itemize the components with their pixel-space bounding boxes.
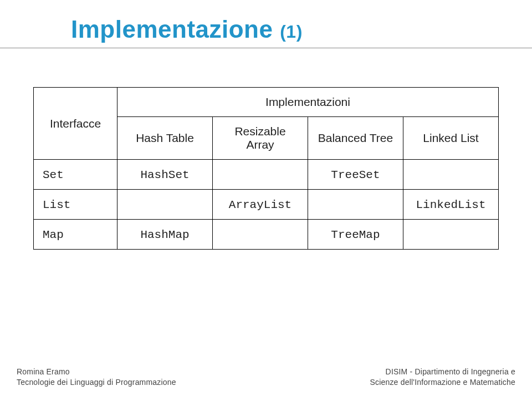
subheader-hash-table: Hash Table xyxy=(117,117,213,160)
cell: TreeMap xyxy=(308,220,403,250)
cell xyxy=(308,190,403,220)
footer-left: Romina Eramo Tecnologie dei Linguaggi di… xyxy=(17,367,176,388)
cell xyxy=(213,220,308,250)
cell-iface-list: List xyxy=(34,190,117,220)
cell: HashSet xyxy=(117,160,213,190)
content-area: Interfacce Implementazioni Hash Table Re… xyxy=(0,48,532,250)
footer-dept-2: Scienze dell'Informazione e Matematiche xyxy=(370,377,515,388)
page-title: Implementazione (1) xyxy=(0,0,532,48)
table-row: Set HashSet TreeSet xyxy=(34,160,499,190)
title-suffix: (1) xyxy=(280,22,303,42)
cell-iface-map: Map xyxy=(34,220,117,250)
table-row: List ArrayList LinkedList xyxy=(34,190,499,220)
cell-iface-set: Set xyxy=(34,160,117,190)
cell: HashMap xyxy=(117,220,213,250)
header-interfacce: Interfacce xyxy=(34,88,117,160)
cell: TreeSet xyxy=(308,160,403,190)
cell xyxy=(403,160,498,190)
subheader-balanced-tree: Balanced Tree xyxy=(308,117,403,160)
footer-course: Tecnologie dei Linguaggi di Programmazio… xyxy=(17,377,176,388)
subheader-resizable-array: Resizable Array xyxy=(213,117,308,160)
table-row: Map HashMap TreeMap xyxy=(34,220,499,250)
header-implementazioni: Implementazioni xyxy=(117,88,499,117)
footer-dept-1: DISIM - Dipartimento di Ingegneria e xyxy=(370,367,515,377)
cell xyxy=(213,160,308,190)
cell xyxy=(403,220,498,250)
title-main: Implementazione xyxy=(71,16,273,43)
footer-right: DISIM - Dipartimento di Ingegneria e Sci… xyxy=(370,367,515,388)
implementations-table: Interfacce Implementazioni Hash Table Re… xyxy=(33,87,499,250)
footer-author: Romina Eramo xyxy=(17,367,176,377)
cell: ArrayList xyxy=(213,190,308,220)
table-header-row-1: Interfacce Implementazioni xyxy=(34,88,499,117)
cell: LinkedList xyxy=(403,190,498,220)
footer: Romina Eramo Tecnologie dei Linguaggi di… xyxy=(0,367,532,388)
subheader-linked-list: Linked List xyxy=(403,117,498,160)
cell xyxy=(117,190,213,220)
